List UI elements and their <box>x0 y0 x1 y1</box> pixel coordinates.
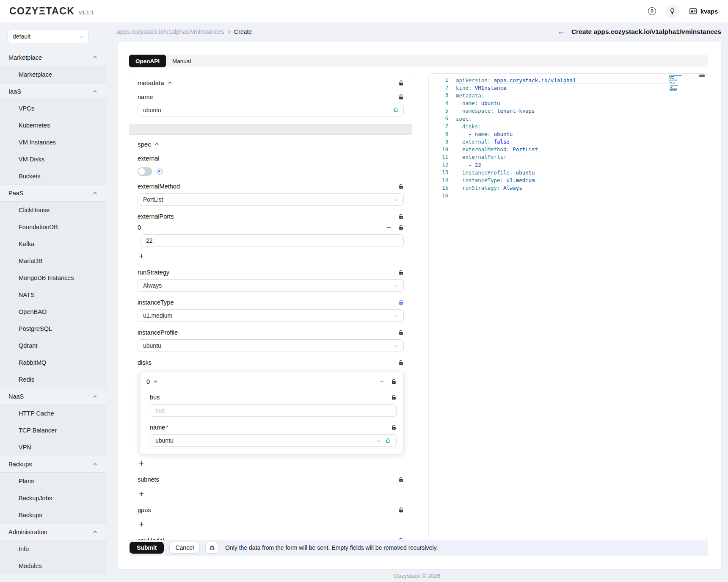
add-item-button[interactable]: + <box>139 519 148 530</box>
lock-icon[interactable] <box>398 330 404 335</box>
sidebar-item-qdrant[interactable]: Qdrant <box>0 337 106 354</box>
add-item-button[interactable]: + <box>139 251 148 262</box>
external-toggle[interactable] <box>138 167 152 176</box>
lock-icon[interactable] <box>398 477 404 482</box>
sidebar-item-mongodb-instances[interactable]: MongoDB Instances <box>0 269 106 286</box>
line-number: 1 <box>429 77 448 83</box>
lock-icon[interactable] <box>398 213 404 219</box>
sidebar-item-vpn[interactable]: VPN <box>0 439 106 456</box>
field-label-subnets: subnets <box>138 476 398 483</box>
sidebar-item-clickhouse[interactable]: ClickHouse <box>0 202 106 219</box>
add-item-button[interactable]: + <box>139 488 148 499</box>
externalmethod-select[interactable]: PortList <box>138 193 404 206</box>
theme-toggle-button[interactable] <box>666 5 679 18</box>
editor-scrollbar-thumb[interactable] <box>699 75 705 77</box>
sidebar-item-vm-instances[interactable]: VM Instances <box>0 134 106 151</box>
chevron-down-icon <box>394 197 398 202</box>
sidebar-item-marketplace[interactable]: Marketplace <box>0 66 106 83</box>
lock-icon[interactable] <box>398 360 404 366</box>
app-version: v1.1.1 <box>79 10 94 16</box>
lock-icon[interactable] <box>391 424 397 430</box>
line-number: 12 <box>429 162 448 168</box>
name-input[interactable] <box>138 104 404 116</box>
sidebar-item-buckets[interactable]: Buckets <box>0 168 106 185</box>
lock-icon[interactable] <box>391 379 397 385</box>
lock-icon[interactable] <box>398 507 404 513</box>
sidebar-item-mariadb[interactable]: MariaDB <box>0 252 106 269</box>
name-select[interactable]: ubuntu <box>150 434 397 447</box>
sidebar-item-tcp-balancer[interactable]: TCP Balancer <box>0 422 106 439</box>
lock-icon[interactable] <box>398 80 404 86</box>
lock-icon[interactable] <box>391 394 397 400</box>
bus-input[interactable] <box>150 404 397 417</box>
sidebar-item-modules[interactable]: Modules <box>0 557 106 574</box>
sidebar-item-foundationdb[interactable]: FoundationDB <box>0 219 106 236</box>
bug-icon <box>209 544 215 551</box>
sidebar-item-backupjobs[interactable]: BackupJobs <box>0 490 106 507</box>
sidebar-item-openbao[interactable]: OpenBAO <box>0 303 106 320</box>
breadcrumb-path[interactable]: apps.cozystack.io/v1alpha1/vminstances <box>117 28 224 35</box>
help-icon[interactable]: ? <box>648 7 656 15</box>
thumbs-up-icon <box>393 107 399 113</box>
sidebar-section-administration[interactable]: Administration <box>0 524 106 540</box>
spec-section-header[interactable]: spec <box>138 141 159 148</box>
yaml-editor[interactable]: 1apiVersion: apps.cozystack.io/v1alpha12… <box>428 73 708 539</box>
lock-icon[interactable] <box>398 183 404 189</box>
sidebar-section-label: Backups <box>8 461 32 468</box>
back-arrow-icon[interactable]: ← <box>557 27 565 36</box>
instancetype-select[interactable]: u1.medium <box>138 309 404 322</box>
sidebar-item-vpcs[interactable]: VPCs <box>0 100 106 117</box>
sidebar-item-kubernetes[interactable]: Kubernetes <box>0 117 106 134</box>
sidebar-section-iaas[interactable]: IaaS <box>0 83 106 100</box>
sidebar-item-rabbitmq[interactable]: RabbitMQ <box>0 354 106 371</box>
sidebar-section-label: Administration <box>8 529 47 535</box>
metadata-section-header[interactable]: metadata <box>138 79 172 86</box>
tab-manual[interactable]: Manual <box>166 55 197 67</box>
default-value-indicator-icon[interactable] <box>157 169 163 175</box>
remove-item-icon[interactable]: − <box>380 378 384 385</box>
code-line: 12 - 22 <box>429 161 708 169</box>
select-value: Always <box>143 282 390 289</box>
editor-minimap[interactable] <box>669 75 689 92</box>
sidebar-item-http-cache[interactable]: HTTP Cache <box>0 405 106 422</box>
port-input[interactable] <box>141 234 404 247</box>
tab-openapi[interactable]: OpenAPI <box>129 55 166 67</box>
sidebar-section-marketplace[interactable]: Marketplace <box>0 49 106 66</box>
line-number: 16 <box>429 193 448 199</box>
line-number: 13 <box>429 169 448 175</box>
sidebar-item-nats[interactable]: NATS <box>0 286 106 303</box>
chevron-down-icon <box>394 344 398 348</box>
sidebar-item-kafka[interactable]: Kafka <box>0 236 106 252</box>
user-menu[interactable]: kvaps <box>689 7 718 15</box>
collapse-caret-icon <box>154 142 159 147</box>
code-line: 10 externalMethod: PortList <box>429 146 708 153</box>
sidebar-item-backups[interactable]: Backups <box>0 507 106 524</box>
cancel-button[interactable]: Cancel <box>169 542 200 554</box>
instanceprofile-select[interactable]: ubuntu <box>138 339 404 352</box>
sidebar-item-redis[interactable]: Redis <box>0 371 106 388</box>
debug-button[interactable] <box>205 542 218 554</box>
form-note: Only the data from the form will be sent… <box>225 544 438 551</box>
sidebar-section-backups[interactable]: Backups <box>0 456 106 473</box>
line-number: 4 <box>429 100 448 106</box>
sidebar-item-info[interactable]: Info <box>0 540 106 557</box>
submit-button[interactable]: Submit <box>130 542 164 554</box>
add-item-button[interactable]: + <box>139 458 148 469</box>
lock-icon[interactable] <box>398 269 404 275</box>
create-panel: OpenAPIManual metadata namespec external… <box>118 41 722 570</box>
sidebar-item-plans[interactable]: Plans <box>0 473 106 490</box>
sidebar-section-naas[interactable]: NaaS <box>0 388 106 405</box>
item-index[interactable]: 0 <box>146 378 380 385</box>
sidebar-item-postgresql[interactable]: PostgreSQL <box>0 320 106 337</box>
lock-icon[interactable] <box>398 94 404 100</box>
lock-icon[interactable] <box>398 224 404 230</box>
sidebar-item-vm-disks[interactable]: VM Disks <box>0 151 106 168</box>
code-line: 15 runStrategy: Always <box>429 184 708 192</box>
runstrategy-select[interactable]: Always <box>138 279 404 292</box>
tenant-select[interactable]: default <box>8 30 89 43</box>
collapse-caret-icon <box>93 55 97 60</box>
sidebar-section-paas[interactable]: PaaS <box>0 185 106 202</box>
lock-icon[interactable] <box>398 299 404 305</box>
line-number: 5 <box>429 108 448 114</box>
remove-item-icon[interactable]: − <box>387 224 391 231</box>
